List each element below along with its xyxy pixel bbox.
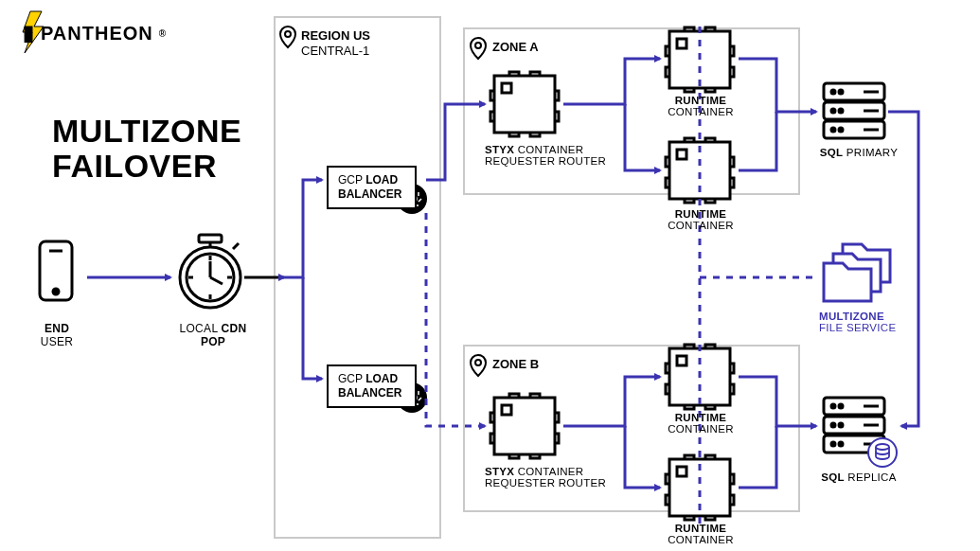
svg-point-51 [839,423,843,427]
title-line2: FAILOVER [52,149,241,184]
region-header: REGION US CENTRAL-1 [301,28,370,58]
svg-point-40 [831,128,835,132]
svg-point-36 [831,90,835,94]
svg-rect-28 [677,150,686,159]
styx-b-chip-icon [490,394,559,458]
stopwatch-icon [180,235,241,308]
svg-rect-24 [502,405,511,415]
svg-point-57 [868,438,897,467]
runtime-a1-label: RUNTIMECONTAINER [663,95,739,117]
sql-replica-label: SQL REPLICA [816,471,901,483]
gcp-load-balancer-a: GCP LOAD BALANCER [327,166,417,209]
cdn-pop-label: LOCAL CDN POP [166,322,260,348]
folders-icon [824,244,890,301]
runtime-b1-label: RUNTIMECONTAINER [663,412,739,435]
pin-region-icon [280,27,295,47]
multizone-file-service-label: MULTIZONEFILE SERVICE [819,311,923,333]
phone-icon [40,241,72,300]
svg-point-5 [53,289,59,294]
title-line1: MULTIZONE [52,114,241,149]
svg-point-38 [831,109,835,113]
svg-point-41 [839,128,843,132]
svg-point-39 [839,109,843,113]
svg-line-12 [210,277,223,284]
svg-point-37 [839,90,843,94]
svg-point-53 [839,442,843,446]
pin-zone-b-icon [471,355,486,376]
svg-point-60 [475,43,481,48]
svg-point-49 [839,404,843,408]
styx-b-label: STYX CONTAINER REQUESTER ROUTER [485,466,627,489]
runtime-b2-label: RUNTIMECONTAINER [663,523,739,545]
svg-line-10 [233,243,239,249]
styx-a-label: STYX CONTAINER REQUESTER ROUTER [485,144,627,167]
runtime-a2-label: RUNTIMECONTAINER [663,208,739,231]
gcp-load-balancer-b: GCP LOAD BALANCER [327,364,417,408]
brand-text: PANTHEON [41,23,153,44]
zone-b-header: ZONE B [492,357,539,371]
svg-rect-30 [677,356,686,365]
page-title: MULTIZONE FAILOVER [52,114,241,185]
sql-primary-icon [824,83,884,138]
db-badge-icon [868,438,897,467]
svg-point-52 [831,442,835,446]
svg-rect-8 [199,235,222,242]
svg-point-59 [285,31,291,37]
brand-logo: ▮ PANTHEON® [23,21,167,45]
pin-zone-a-icon [471,38,486,59]
styx-a-chip-icon [490,72,559,136]
zone-a-header: ZONE A [492,40,539,54]
sql-primary-label: SQL PRIMARY [816,147,901,158]
svg-point-61 [475,360,481,365]
svg-rect-32 [677,467,686,476]
end-user-label: END USER [28,322,85,348]
svg-point-48 [831,404,835,408]
svg-rect-22 [502,83,511,93]
svg-rect-26 [677,39,686,48]
svg-point-50 [831,423,835,427]
